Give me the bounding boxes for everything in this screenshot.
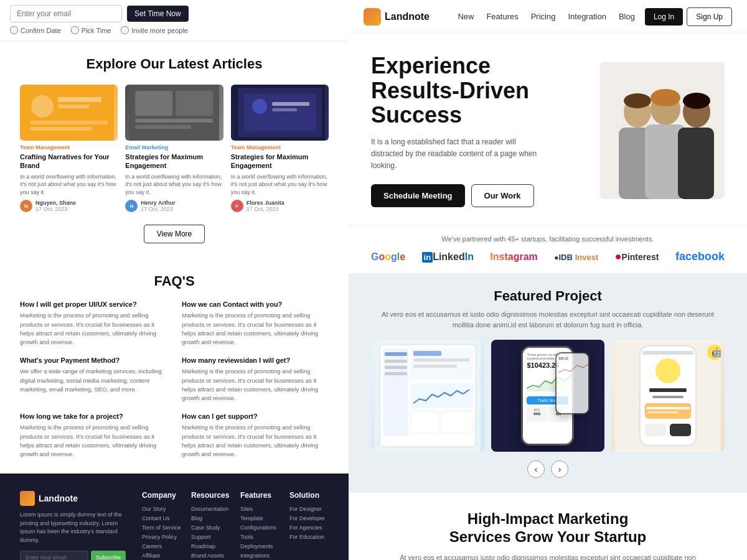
faq-item-2: How we can Contact with you? Marketing i… (182, 301, 329, 347)
faq-q-5: How long we take for a project? (20, 413, 167, 420)
article-desc-1: In a world overflowing with information,… (20, 173, 118, 197)
footer-logo-text: Landnote (39, 493, 78, 503)
footer-link-careers[interactable]: Careers (142, 543, 181, 549)
svg-point-1 (31, 95, 54, 118)
svg-rect-41 (441, 411, 473, 433)
svg-rect-8 (176, 91, 213, 116)
footer: Landnote Lorem Ipsum is simply dummy tex… (0, 474, 349, 560)
article-card-1: Team Management Crafting Narratives for … (20, 85, 118, 212)
footer-link-integrations[interactable]: Integrations (240, 553, 280, 559)
author-date-1: 17 Oct, 2023 (35, 206, 76, 212)
left-panel: Set Time Now Confirm Date Pick Time Invi… (0, 0, 349, 560)
footer-col-company: Company Our Story Contact Us Term of Ser… (142, 491, 181, 560)
footer-link-designer[interactable]: For Designer (289, 506, 329, 512)
right-panel: Landnote New Features Pricing Integratio… (349, 0, 747, 560)
invite-more-option[interactable]: Invite more people (121, 26, 188, 34)
nav-link-pricing[interactable]: Pricing (531, 12, 556, 21)
footer-link-deployments[interactable]: Deployments (240, 543, 280, 549)
hero-desc: It is a long established fact that a rea… (371, 136, 545, 172)
nav-link-new[interactable]: New (458, 12, 474, 21)
article-tag-1: Team Management (20, 144, 118, 151)
footer-link-configs[interactable]: Configurations (240, 525, 280, 531)
our-work-button[interactable]: Our Work (471, 184, 534, 207)
marketing-section: High-Impact Marketing Services Grow Your… (349, 493, 747, 560)
footer-link-ourstory[interactable]: Our Story (142, 506, 181, 512)
footer-link-education[interactable]: For Education (289, 534, 329, 540)
footer-link-contactus[interactable]: Contact Us (142, 515, 181, 521)
confirm-date-option[interactable]: Confirm Date (10, 26, 61, 34)
svg-rect-7 (135, 91, 172, 116)
svg-point-45 (655, 358, 680, 383)
signup-button[interactable]: Sign Up (687, 7, 732, 26)
svg-rect-39 (411, 383, 473, 408)
hero-section: Experience Results-Driven Success It is … (349, 34, 747, 225)
instagram-logo: Instagram (490, 251, 537, 263)
footer-link-docs[interactable]: Documentation (191, 506, 230, 512)
article-desc-3: In a world overflowing with information,… (231, 173, 329, 197)
schedule-meeting-button[interactable]: Schedule Meeting (371, 184, 465, 207)
facebook-logo: facebook (675, 250, 725, 263)
footer-link-blog[interactable]: Blog (191, 515, 230, 521)
footer-email-input[interactable] (20, 551, 88, 560)
faq-q-6: How can I get support? (182, 413, 329, 420)
nav-link-blog[interactable]: Blog (619, 12, 635, 21)
svg-rect-31 (385, 352, 407, 356)
nav-link-integration[interactable]: Integration (568, 12, 606, 21)
nav-logo-text: Landnote (385, 11, 430, 22)
article-tag-3: Team Management (231, 144, 329, 151)
footer-link-casestudy[interactable]: Case Study (191, 525, 230, 531)
svg-rect-2 (58, 97, 101, 102)
footer-link-sites[interactable]: Sites (240, 506, 280, 512)
articles-grid: Team Management Crafting Narratives for … (20, 85, 329, 212)
footer-link-roadmap[interactable]: Roadmap (191, 543, 230, 549)
svg-point-14 (252, 99, 267, 114)
svg-rect-49 (646, 407, 690, 409)
svg-rect-52 (670, 424, 691, 436)
login-button[interactable]: Log In (645, 8, 683, 26)
footer-brand: Landnote Lorem Ipsum is simply dummy tex… (20, 491, 132, 560)
svg-rect-44 (642, 351, 693, 355)
featured-next-button[interactable]: › (551, 460, 568, 478)
faq-a-6: Marketing is the process of promoting an… (182, 423, 329, 459)
footer-link-template[interactable]: Template (240, 515, 280, 521)
svg-rect-48 (645, 403, 691, 419)
footer-link-affiliate[interactable]: Affiliate Program (142, 553, 181, 560)
footer-col-resources: Resources Documentation Blog Case Study … (191, 491, 230, 560)
svg-rect-47 (652, 396, 684, 398)
featured-prev-button[interactable]: ‹ (527, 460, 545, 478)
view-more-button[interactable]: View More (144, 225, 205, 243)
svg-rect-38 (413, 365, 457, 368)
footer-link-privacy[interactable]: Privacy Policy (142, 534, 181, 540)
pick-time-option[interactable]: Pick Time (71, 26, 111, 34)
faq-a-1: Marketing is the process of promoting an… (20, 311, 167, 347)
footer-link-tos[interactable]: Term of Service (142, 525, 181, 531)
idb-logo: ●IDB Invest (554, 252, 598, 262)
svg-rect-24 (678, 128, 714, 199)
footer-col-company-title: Company (142, 491, 181, 500)
footer-link-developer[interactable]: For Developer (289, 515, 329, 521)
faq-a-3: We offer a wide range of marketing servi… (20, 367, 167, 394)
faq-a-5: Marketing is the process of promoting an… (20, 423, 167, 459)
hero-text: Experience Results-Driven Success It is … (371, 54, 588, 207)
svg-rect-10 (135, 125, 191, 129)
svg-rect-5 (30, 127, 92, 131)
footer-subscribe-button[interactable]: Subscribe (91, 551, 126, 560)
author-name-3: Flores Juanita (247, 200, 284, 206)
faq-item-4: How many reviewsidan I will get? Marketi… (182, 357, 329, 403)
marketing-title: High-Impact Marketing Services Grow Your… (371, 510, 725, 546)
faq-title: FAQ'S (20, 273, 329, 289)
faq-q-4: How many reviewsidan I will get? (182, 357, 329, 364)
faq-q-1: How I will get proper UI/UX service? (20, 301, 167, 308)
svg-text:🤖: 🤖 (712, 347, 721, 358)
svg-point-25 (624, 93, 651, 108)
svg-rect-50 (647, 411, 679, 413)
footer-link-tools[interactable]: Tools (240, 534, 280, 540)
svg-rect-37 (413, 358, 469, 362)
svg-rect-13 (244, 94, 316, 131)
email-input[interactable] (10, 5, 122, 22)
footer-link-support[interactable]: Support (191, 534, 230, 540)
footer-link-agencies[interactable]: For Agencies (289, 525, 329, 531)
set-time-button[interactable]: Set Time Now (127, 6, 189, 22)
nav-link-features[interactable]: Features (486, 12, 518, 21)
footer-link-brand[interactable]: Brand Assets (191, 553, 230, 559)
